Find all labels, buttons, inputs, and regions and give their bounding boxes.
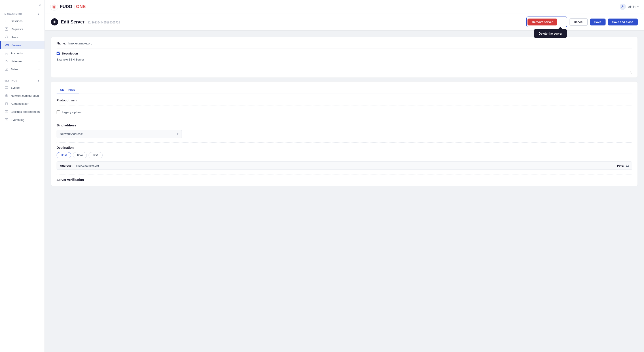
- dest-tab-host[interactable]: Host: [56, 152, 71, 158]
- svg-point-15: [6, 69, 7, 70]
- sidebar-item-sessions[interactable]: Sessions: [0, 17, 44, 25]
- cancel-button[interactable]: Cancel: [570, 18, 588, 26]
- remove-server-button[interactable]: Remove server: [528, 18, 557, 25]
- legacy-ciphers-checkbox[interactable]: [56, 110, 60, 114]
- resize-handle-icon[interactable]: ⤡: [630, 70, 632, 73]
- svg-rect-17: [5, 87, 8, 89]
- backups-label: Backups and retention: [11, 110, 40, 113]
- legacy-ciphers-label[interactable]: Legacy ciphers: [62, 111, 82, 114]
- page-title: Edit Server ID: 3683944495189065729: [61, 19, 120, 24]
- users-add-icon[interactable]: +: [38, 35, 40, 39]
- servers-icon: [5, 43, 9, 47]
- requests-label: Requests: [11, 27, 23, 31]
- port-section: Port: 22: [617, 164, 629, 167]
- page-icon: [51, 18, 58, 25]
- select-chevron-icon: ▾: [177, 132, 178, 136]
- sidebar-item-events-log[interactable]: Events log: [0, 116, 44, 124]
- address-value: linux.example.org: [76, 164, 613, 167]
- svg-point-6: [6, 36, 7, 37]
- destination-title: Destination: [56, 146, 632, 150]
- description-checkbox[interactable]: [56, 52, 60, 55]
- fudo-logo-icon: [50, 3, 58, 11]
- sidebar-item-accounts[interactable]: Accounts +: [0, 49, 44, 57]
- accounts-label: Accounts: [11, 52, 22, 55]
- page-header: Edit Server ID: 3683944495189065729 Remo…: [45, 13, 644, 31]
- description-label[interactable]: Description: [62, 52, 78, 55]
- network-label: Network configuration: [11, 94, 39, 97]
- destination-tabs: Host IPv4 IPv6: [56, 152, 632, 158]
- dest-tab-ipv4[interactable]: IPv4: [73, 152, 87, 158]
- bind-address-title: Bind address: [56, 124, 632, 127]
- sidebar-item-network-configuration[interactable]: Network configuration: [0, 92, 44, 100]
- listeners-add-icon[interactable]: +: [38, 59, 40, 63]
- svg-point-7: [7, 36, 8, 37]
- delete-tooltip[interactable]: Delete the server: [534, 29, 567, 38]
- auth-icon: [4, 102, 8, 106]
- svg-point-11: [8, 45, 8, 46]
- sidebar: « MANAGEMENT ▲ Sessions Requests: [0, 0, 45, 352]
- sessions-icon: [4, 19, 8, 23]
- server-verification-title: Server verification: [56, 178, 632, 181]
- sidebar-item-backups[interactable]: Backups and retention: [0, 108, 44, 116]
- authentication-label: Authentication: [11, 102, 29, 105]
- events-log-label: Events log: [11, 118, 24, 122]
- sidebar-item-listeners[interactable]: Listeners +: [0, 57, 44, 65]
- page-header-left: Edit Server ID: 3683944495189065729: [51, 18, 522, 25]
- server-info-card: Name: linux.example.org Description Exam…: [51, 37, 638, 78]
- sidebar-item-system[interactable]: System: [0, 84, 44, 92]
- description-text: Example SSH Server: [56, 57, 632, 70]
- header-actions: Remove server ⋮ Delete the server Cancel…: [526, 16, 638, 27]
- svg-rect-24: [6, 111, 8, 111]
- destination-section: Destination Host IPv4 IPv6 Address: linu…: [56, 146, 632, 170]
- user-menu[interactable]: admin ▾: [620, 3, 639, 10]
- bind-address-section: Bind address Network Address: ▾: [56, 124, 632, 138]
- network-icon: [4, 94, 8, 98]
- safes-icon: [4, 67, 8, 71]
- svg-point-13: [6, 60, 7, 62]
- user-name: admin: [628, 5, 636, 8]
- legacy-ciphers-row: Legacy ciphers: [56, 109, 632, 116]
- tab-settings[interactable]: SETTINGS: [56, 86, 79, 94]
- description-section: Description Example SSH Server ⤡: [56, 52, 632, 73]
- accounts-add-icon[interactable]: +: [38, 51, 40, 55]
- address-label: Address:: [60, 164, 72, 167]
- svg-rect-25: [6, 112, 7, 112]
- backups-icon: [4, 110, 8, 114]
- management-chevron[interactable]: ▲: [37, 12, 40, 16]
- sidebar-collapse-button[interactable]: «: [39, 3, 41, 7]
- safes-label: Safes: [11, 68, 18, 71]
- sidebar-item-safes[interactable]: Safes +: [0, 65, 44, 73]
- svg-line-16: [7, 68, 8, 69]
- servers-label: Servers: [12, 43, 22, 47]
- servers-add-icon[interactable]: +: [38, 43, 40, 47]
- svg-rect-23: [5, 111, 8, 113]
- sidebar-collapse-area: «: [0, 0, 44, 10]
- logo-product: ONE: [76, 4, 86, 9]
- listeners-icon: [4, 59, 8, 63]
- management-section-label: MANAGEMENT ▲: [0, 10, 44, 17]
- sessions-label: Sessions: [11, 19, 22, 23]
- svg-point-12: [6, 52, 7, 53]
- sidebar-item-users[interactable]: Users +: [0, 33, 44, 41]
- network-address-select[interactable]: Network Address: ▾: [56, 130, 182, 138]
- remove-group: Remove server ⋮ Delete the server: [526, 16, 567, 27]
- settings-section-label: SETTINGS ▲: [0, 77, 44, 84]
- events-icon: [4, 118, 8, 122]
- system-label: System: [11, 86, 20, 89]
- settings-tabs: SETTINGS: [56, 86, 632, 94]
- main-content-area: FUDO | ONE admin ▾: [45, 0, 644, 352]
- name-label: Name:: [56, 41, 66, 45]
- sidebar-item-authentication[interactable]: Authentication: [0, 100, 44, 108]
- svg-point-10: [8, 44, 8, 44]
- svg-point-1: [6, 21, 6, 21]
- settings-chevron[interactable]: ▲: [37, 79, 40, 82]
- sidebar-item-servers[interactable]: Servers +: [0, 41, 44, 49]
- safes-add-icon[interactable]: +: [38, 67, 40, 71]
- save-and-close-button[interactable]: Save and close: [608, 18, 638, 25]
- save-button[interactable]: Save: [590, 18, 606, 25]
- sidebar-item-requests[interactable]: Requests: [0, 25, 44, 33]
- more-options-button[interactable]: ⋮: [558, 18, 566, 26]
- requests-icon: [4, 27, 8, 31]
- dest-tab-ipv6[interactable]: IPv6: [88, 152, 103, 158]
- users-label: Users: [11, 35, 18, 39]
